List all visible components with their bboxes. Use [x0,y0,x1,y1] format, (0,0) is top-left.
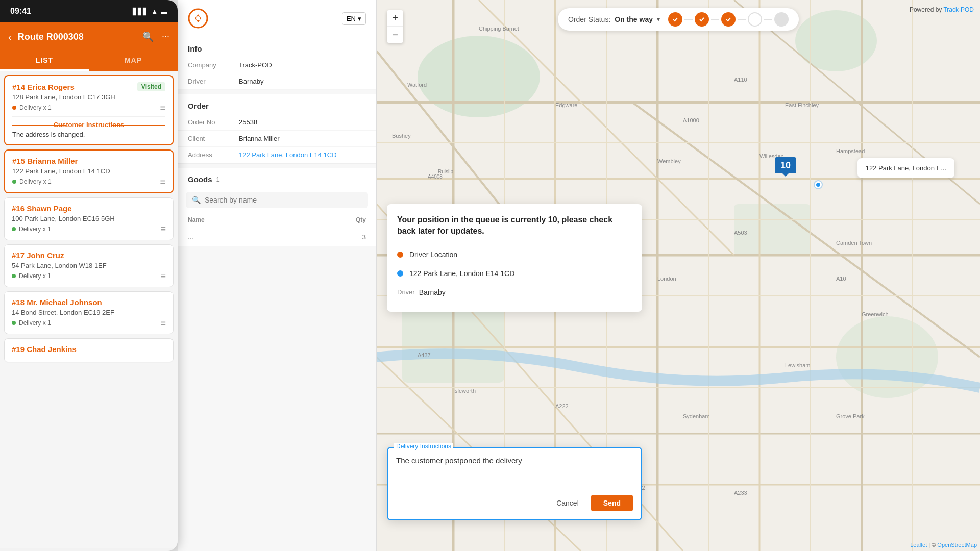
goods-name: ... [178,228,286,246]
cancel-button[interactable]: Cancel [550,495,585,511]
order-status-value: On the way [615,15,653,23]
driver-label: Driver [188,78,239,85]
osm-link[interactable]: OpenStreetMap [937,542,977,548]
driver-location-text: Driver Location [409,251,457,259]
svg-text:East Finchley: East Finchley [785,102,819,108]
info-section: Info Company Track-POD Driver Barnaby [178,37,376,90]
svg-text:Wembley: Wembley [657,158,681,164]
info-row-client: Client Brianna Miller [178,131,376,147]
zoom-in-button[interactable]: + [387,10,403,27]
goods-search-box: 🔍 [186,192,368,208]
delivery-info: Delivery x 1 [12,319,51,327]
map-address-popup: 122 Park Lane, London E... [857,158,954,178]
client-label: Client [188,135,239,142]
delivery-instructions-box: Delivery Instructions The customer postp… [387,447,642,520]
delivery-info: Delivery x 1 [12,272,51,280]
menu-icon[interactable]: ≡ [160,224,166,234]
phone-status-bar: 09:41 ▋▋▋ ▲ ▬ [0,0,178,22]
map-marker: 10 [775,157,796,173]
item-address: 14 Bond Street, London EC19 2EF [12,309,166,316]
menu-icon[interactable]: ≡ [160,318,166,328]
goods-table: Name Qty ... 3 [178,212,376,246]
list-item[interactable]: #15 Brianna Miller 122 Park Lane, London… [4,149,174,193]
menu-icon[interactable]: ≡ [160,177,165,186]
list-item[interactable]: #18 Mr. Michael Johnson 14 Bond Street, … [4,291,174,334]
lang-selector-container: EN ▾ [342,12,366,25]
info-row-company: Company Track-POD [178,57,376,73]
svg-text:A1000: A1000 [683,117,699,123]
lang-value: EN [347,15,356,22]
order-section: Order Order No 25538 Client Brianna Mill… [178,94,376,164]
address-value[interactable]: 122 Park Lane, London E14 1CD [239,151,337,159]
svg-text:Hampstead: Hampstead [836,148,865,154]
menu-icon[interactable]: ≡ [160,271,166,281]
item-name: #19 Chad Jenkins [12,345,77,354]
client-value: Brianna Miller [239,135,279,142]
status-time: 09:41 [10,7,31,16]
status-steps [668,12,789,27]
tab-map[interactable]: MAP [89,51,178,71]
wifi-icon: ▲ [151,8,158,15]
more-icon[interactable]: ··· [162,31,169,42]
svg-point-1 [196,16,200,20]
delivery-instructions-input[interactable]: The customer postponed the delivery [396,456,633,487]
delivery-info: Delivery x 1 [12,226,51,233]
trackpod-logo [188,8,208,29]
info-row-address: Address 122 Park Lane, London E14 1CD [178,147,376,163]
svg-text:Grove Park: Grove Park [836,413,865,419]
delivery-info: Delivery x 1 [12,178,52,185]
tab-list[interactable]: LIST [0,51,89,71]
menu-icon[interactable]: ≡ [160,103,165,112]
header-icons: 🔍 ··· [142,31,169,42]
queue-title: Your position in the queue is currently … [397,214,632,237]
delivery-dot [12,274,16,278]
zoom-out-button[interactable]: − [387,27,403,43]
info-title: Info [178,37,376,57]
driver-value: Barnaby [239,78,263,85]
search-icon[interactable]: 🔍 [142,31,154,42]
svg-text:A110: A110 [734,77,747,83]
instructions-title: Customer Instructions [12,121,165,129]
delivery-dot [12,227,16,231]
svg-text:Watford: Watford [407,82,427,88]
delivery-instructions-actions: Cancel Send [396,495,633,511]
item-name: #17 John Cruz [12,251,64,260]
step-line [764,19,772,20]
leaflet-link[interactable]: Leaflet [910,542,927,548]
step-line [711,19,719,20]
svg-text:Camden Town: Camden Town [836,240,872,246]
step-3 [721,12,736,27]
driver-value: Barnaby [419,288,446,296]
instructions-text: The address is changed. [12,131,165,138]
step-5 [774,12,789,27]
search-icon: 🔍 [192,196,201,204]
language-selector[interactable]: EN ▾ [342,12,366,25]
back-button[interactable]: ‹ [8,31,12,43]
destination-text: 122 Park Lane, London E14 1CD [409,269,514,278]
leaflet-attribution: Leaflet | © OpenStreetMap [910,542,977,548]
goods-title: Goods [188,175,212,184]
svg-text:Lewisham: Lewisham [785,362,811,368]
goods-search-input[interactable] [205,196,362,204]
list-item[interactable]: #17 John Cruz 54 Park Lane, London W18 1… [4,244,174,287]
svg-text:A4008: A4008 [428,174,443,180]
list-item[interactable]: #14 Erica Rogers Visited 128 Park Lane, … [4,75,174,145]
order-title: Order [178,94,376,114]
step-line [684,19,693,20]
item-name: #18 Mr. Michael Johnson [12,298,102,307]
status-icons: ▋▋▋ ▲ ▬ [133,8,167,15]
step-4 [748,12,762,27]
phone-list: #14 Erica Rogers Visited 128 Park Lane, … [0,71,178,548]
address-label: Address [188,151,239,159]
list-item[interactable]: #16 Shawn Page 100 Park Lane, London EC1… [4,197,174,240]
info-row-driver: Driver Barnaby [178,73,376,90]
list-item[interactable]: #19 Chad Jenkins [4,338,174,363]
driver-label: Driver [397,288,415,296]
map-zoom-controls: + − [387,10,403,43]
send-button[interactable]: Send [591,495,633,511]
queue-popup: Your position in the queue is currently … [387,204,642,312]
step-line [738,19,746,20]
svg-point-4 [795,10,877,71]
svg-text:Isleworth: Isleworth [453,388,476,394]
svg-text:A503: A503 [734,230,747,236]
